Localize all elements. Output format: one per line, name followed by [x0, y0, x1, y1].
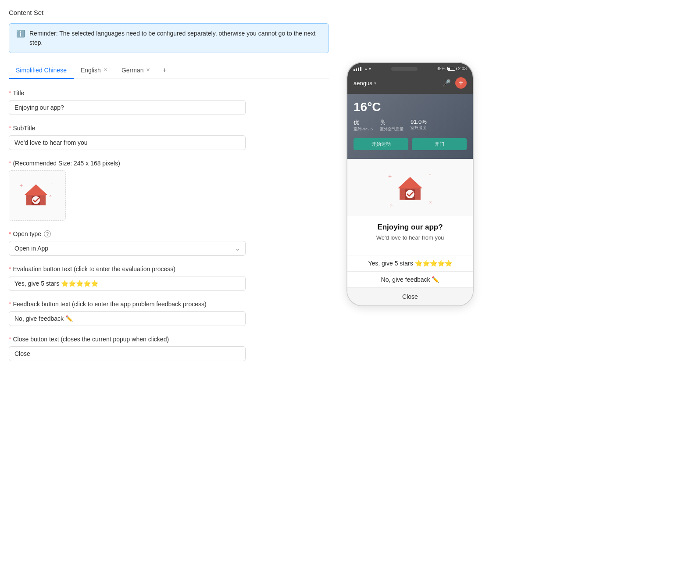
open-type-select-wrapper: Open in App [9, 241, 246, 256]
popup-plus-tl: + [388, 173, 392, 180]
image-label: * (Recommended Size: 245 x 168 pixels) [9, 160, 329, 167]
status-time: 2:03 [458, 66, 467, 71]
popup-title: Enjoying our app? [356, 223, 464, 232]
subtitle-section: * SubTitle [9, 125, 329, 150]
stat-value-humidity: 91.0% [411, 118, 427, 125]
required-star-close: * [9, 336, 11, 343]
app-header-icons: 🎤 + [442, 77, 467, 89]
status-left: ▲▼ [354, 67, 372, 71]
tab-label-simplified-chinese: Simplified Chinese [16, 67, 67, 74]
form-panel: Simplified Chinese English ✕ German ✕ + … [9, 62, 329, 371]
mic-icon[interactable]: 🎤 [442, 79, 451, 87]
weather-stat-humidity: 91.0% 室外湿度 [411, 118, 427, 132]
add-button[interactable]: + [455, 77, 467, 89]
open-type-help-icon[interactable]: ? [44, 230, 51, 237]
carrier-text: ▲▼ [364, 67, 372, 71]
x-decoration: × [49, 193, 52, 198]
required-star-image: * [9, 160, 11, 167]
popup-content: Enjoying our app? We'd love to hear from… [347, 216, 473, 255]
feedback-btn-input[interactable] [9, 311, 246, 326]
svg-marker-5 [398, 177, 422, 188]
title-label: * Title [9, 90, 329, 97]
subtitle-input[interactable] [9, 135, 246, 150]
phone-frame: ▲▼ 35% 2:03 aengus [346, 62, 474, 306]
app-name: aengus [354, 80, 372, 86]
required-star-subtitle: * [9, 125, 11, 132]
tab-close-english[interactable]: ✕ [104, 68, 107, 72]
required-star-feedback: * [9, 301, 11, 308]
page-title: Content Set [9, 9, 691, 16]
temperature: 16°C [354, 100, 467, 114]
tab-german[interactable]: German ✕ [114, 62, 157, 79]
eval-btn-section: * Evaluation button text (click to enter… [9, 265, 329, 291]
popup-subtitle: We'd love to hear from you [356, 234, 464, 241]
stat-value-pm25: 优 [354, 118, 373, 126]
app-header: aengus ▾ 🎤 + [347, 74, 473, 94]
popup-triangle-bl: ▷ [390, 203, 393, 207]
tab-close-german[interactable]: ✕ [146, 68, 150, 72]
title-section: * Title [9, 90, 329, 115]
weather-btn-1[interactable]: 开始运动 [354, 138, 408, 150]
popup-image-area: + ◦ × ▷ [347, 159, 473, 216]
battery-percent: 35% [437, 66, 446, 71]
weather-stat-air: 良 室外空气质量 [380, 118, 404, 132]
battery-icon [447, 67, 457, 71]
plus-decoration-tr: ◦ [51, 180, 53, 186]
add-tab-button[interactable]: + [157, 62, 171, 79]
popup-circle-tr: ◦ [429, 171, 431, 177]
weather-btn-2[interactable]: 开门 [412, 138, 467, 150]
subtitle-label: * SubTitle [9, 125, 329, 132]
language-tabs: Simplified Chinese English ✕ German ✕ + [9, 62, 329, 79]
open-type-section: * Open type ? Open in App [9, 230, 329, 256]
popup-overlay: + ◦ × ▷ Enjoyi [347, 159, 473, 305]
weather-stat-pm25: 优 室外PM2.5 [354, 118, 373, 132]
popup-close-button[interactable]: Close [347, 287, 473, 305]
image-upload-box[interactable]: + ◦ × [9, 170, 66, 221]
weather-action-buttons: 开始运动 开门 [354, 138, 467, 150]
eval-btn-input[interactable] [9, 276, 246, 291]
popup-house-icon: + ◦ × ▷ [388, 169, 432, 209]
info-icon: ℹ️ [16, 29, 25, 38]
feedback-btn-label: * Feedback button text (click to enter t… [9, 301, 329, 308]
feedback-btn-section: * Feedback button text (click to enter t… [9, 301, 329, 326]
image-section: * (Recommended Size: 245 x 168 pixels) +… [9, 160, 329, 221]
eval-btn-label: * Evaluation button text (click to enter… [9, 265, 329, 272]
close-btn-label: * Close button text (closes the current … [9, 336, 329, 343]
reminder-box: ℹ️ Reminder: The selected languages need… [9, 23, 329, 53]
tab-simplified-chinese[interactable]: Simplified Chinese [9, 62, 74, 79]
phone-notch [391, 67, 418, 71]
required-star-open-type: * [9, 230, 11, 237]
open-type-label: * Open type ? [9, 230, 329, 237]
status-right: 35% 2:03 [437, 66, 467, 71]
close-btn-section: * Close button text (closes the current … [9, 336, 329, 361]
stat-value-air: 良 [380, 118, 404, 126]
popup-no-button[interactable]: No, give feedback ✏️ [347, 271, 473, 287]
house-svg [23, 183, 49, 209]
popup-x-br: × [429, 199, 432, 205]
close-btn-input[interactable] [9, 346, 246, 361]
app-header-left: aengus ▾ [354, 80, 376, 86]
phone-status-bar: ▲▼ 35% 2:03 [347, 63, 473, 74]
tab-label-english: English [81, 67, 101, 74]
plus-decoration-tl: + [20, 183, 23, 189]
required-star-title: * [9, 90, 11, 97]
weather-card: 16°C 优 室外PM2.5 良 室外空气质量 91.0% 室外湿度 [347, 94, 473, 159]
required-star-eval: * [9, 265, 11, 272]
dropdown-indicator: ▾ [374, 81, 376, 86]
reminder-text: Reminder: The selected languages need to… [29, 29, 321, 47]
stat-label-pm25: 室外PM2.5 [354, 126, 373, 132]
title-input[interactable] [9, 100, 246, 115]
stat-label-humidity: 室外湿度 [411, 125, 427, 131]
popup-house-svg [395, 175, 425, 204]
popup-yes-button[interactable]: Yes, give 5 stars ⭐⭐⭐⭐⭐ [347, 255, 473, 271]
tab-english[interactable]: English ✕ [74, 62, 114, 79]
open-type-select[interactable]: Open in App [9, 241, 246, 256]
weather-stats: 优 室外PM2.5 良 室外空气质量 91.0% 室外湿度 [354, 118, 467, 132]
phone-preview: ▲▼ 35% 2:03 aengus [346, 62, 474, 306]
signal-icon [354, 67, 361, 71]
svg-marker-1 [25, 184, 47, 195]
stat-label-air: 室外空气质量 [380, 126, 404, 132]
image-preview-icon: + ◦ × [18, 178, 57, 213]
main-layout: Simplified Chinese English ✕ German ✕ + … [9, 62, 691, 371]
tab-label-german: German [121, 67, 144, 74]
